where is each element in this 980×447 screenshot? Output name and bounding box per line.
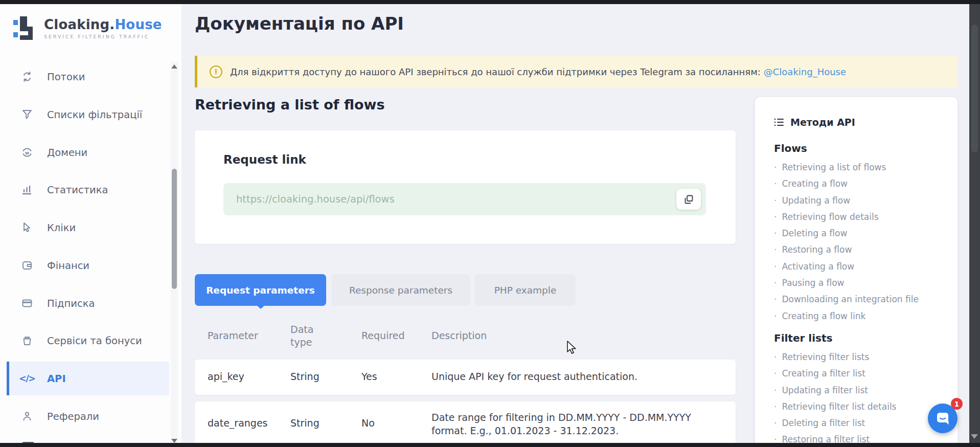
- copy-button[interactable]: [676, 189, 701, 210]
- brand-dark: Cloaking.: [44, 17, 115, 32]
- sidebar-item-label: Потоки: [47, 71, 85, 83]
- sidebar-item-domains[interactable]: w Домени: [7, 136, 169, 169]
- scrollbar-thumb[interactable]: [172, 169, 177, 289]
- methods-panel-title: Методи API: [790, 117, 855, 128]
- methods-list-flows: Retrieving a list of flows Creating a fl…: [774, 159, 943, 324]
- app-root: Cloaking.House SERVICE FILTERING TRAFFIC…: [0, 0, 980, 447]
- method-link[interactable]: Retrieving filter lists: [774, 349, 943, 365]
- sidebar-item-label: Реферали: [47, 411, 99, 422]
- credit-card-icon: [20, 297, 34, 310]
- request-url-field: https://cloaking.house/api/flows: [223, 183, 706, 215]
- sidebar-item-referrals[interactable]: Реферали: [7, 399, 169, 433]
- bar-chart-icon: [20, 183, 34, 196]
- col-header-data-type: Data type: [290, 323, 327, 349]
- methods-group-flows: Flows: [774, 142, 943, 154]
- methods-group-filter-lists: Filter lists: [774, 332, 943, 344]
- sidebar-item-finances[interactable]: Фінанси: [7, 249, 169, 282]
- table-row: date_ranges String No Date range for fil…: [195, 401, 736, 447]
- cell-parameter: api_key: [208, 371, 244, 382]
- sidebar-item-label: Сервіси та бонуси: [47, 335, 142, 347]
- method-link[interactable]: Retrieving flow details: [774, 209, 943, 225]
- methods-list-filter-lists: Retrieving filter lists Creating a filte…: [774, 349, 943, 447]
- page-scrollbar-thumb[interactable]: [971, 25, 978, 152]
- methods-panel-title-row: Методи API: [774, 117, 943, 128]
- sidebar-item-label: Статистика: [47, 184, 108, 196]
- cursor-click-icon: [20, 221, 34, 234]
- tab-php-example[interactable]: PHP example: [475, 274, 576, 306]
- scroll-up-arrow-icon[interactable]: [171, 64, 177, 69]
- method-link[interactable]: Retrieving filter list details: [774, 398, 943, 415]
- gift-icon: [20, 334, 34, 347]
- method-link[interactable]: Downloading an integration file: [774, 291, 943, 307]
- globe-icon: w: [20, 146, 34, 159]
- method-link[interactable]: Updating a flow: [774, 192, 943, 209]
- window-top-edge: [0, 0, 980, 4]
- sidebar-item-services-bonuses[interactable]: Сервіси та бонуси: [7, 324, 169, 357]
- method-link[interactable]: Pausing a flow: [774, 275, 943, 291]
- col-header-parameter: Parameter: [208, 330, 258, 341]
- method-link[interactable]: Restoring a flow: [774, 241, 943, 258]
- filter-icon: [20, 108, 34, 121]
- person-icon: [20, 410, 34, 423]
- telegram-link[interactable]: @Cloaking_House: [764, 66, 846, 77]
- logo-mark-icon: [13, 15, 37, 41]
- cell-description: Unique API key for request authenticatio…: [431, 371, 718, 382]
- chat-bubble-icon: [935, 410, 951, 427]
- page-scroll-down-arrow-icon[interactable]: [971, 434, 978, 439]
- method-link[interactable]: Retrieving a list of flows: [774, 159, 943, 175]
- sidebar-item-subscription[interactable]: Підписка: [7, 286, 169, 320]
- method-link[interactable]: Deleting a flow: [774, 225, 943, 241]
- method-link[interactable]: Activating a flow: [774, 258, 943, 275]
- cell-data-type: String: [290, 371, 320, 382]
- warning-icon: !: [210, 65, 222, 78]
- sidebar-item-flows[interactable]: Потоки: [7, 60, 169, 94]
- method-link[interactable]: Creating a flow: [774, 175, 943, 192]
- sidebar-item-label: Підписка: [47, 298, 95, 309]
- request-link-heading: Request link: [223, 153, 306, 166]
- page-scrollbar[interactable]: [969, 4, 980, 443]
- sidebar-item-statistics[interactable]: Статистика: [7, 173, 169, 207]
- cell-required: No: [361, 417, 375, 429]
- sidebar-item-label: Списки фільтрації: [47, 109, 142, 121]
- svg-text:w: w: [25, 150, 29, 155]
- sidebar-item-clicks[interactable]: Кліки: [7, 211, 169, 244]
- sidebar: Cloaking.House SERVICE FILTERING TRAFFIC…: [0, 4, 181, 443]
- method-link[interactable]: Creating a flow link: [774, 308, 943, 324]
- sidebar-item-label: Домени: [47, 147, 87, 159]
- tab-response-parameters[interactable]: Response parameters: [331, 274, 470, 306]
- mouse-cursor: [566, 341, 579, 356]
- logo-tagline: SERVICE FILTERING TRAFFIC: [44, 34, 162, 39]
- method-link[interactable]: Deleting a filter list: [774, 415, 943, 431]
- api-access-banner: ! Для відкриття доступу до нашого API зв…: [195, 56, 958, 87]
- sidebar-item-filter-lists[interactable]: Списки фільтрації: [7, 98, 169, 131]
- copy-icon: [683, 194, 694, 205]
- logo-text: Cloaking.House SERVICE FILTERING TRAFFIC: [44, 17, 162, 39]
- request-link-card: Request link https://cloaking.house/api/…: [195, 130, 736, 244]
- section-title: Retrieving a list of flows: [195, 97, 384, 113]
- sidebar-item-label: API: [47, 373, 66, 385]
- cell-required: Yes: [361, 371, 377, 382]
- api-methods-panel: Методи API Flows Retrieving a list of fl…: [755, 97, 958, 447]
- wallet-icon: [20, 259, 34, 272]
- sidebar-item-label: Фінанси: [47, 260, 89, 272]
- cell-description: Date range for filtering in DD.MM.YYYY -…: [431, 411, 710, 437]
- banner-text: Для відкриття доступу до нашого API звер…: [230, 66, 846, 77]
- sidebar-item-api[interactable]: </> API: [7, 362, 169, 395]
- sidebar-item-label: Кліки: [47, 222, 76, 234]
- cell-parameter: date_ranges: [208, 417, 268, 429]
- list-icon: [774, 118, 784, 127]
- cell-data-type: String: [290, 417, 320, 429]
- method-link[interactable]: Updating a filter list: [774, 382, 943, 398]
- code-icon: </>: [20, 372, 34, 385]
- flows-icon: [20, 70, 34, 83]
- logo[interactable]: Cloaking.House SERVICE FILTERING TRAFFIC: [13, 15, 162, 41]
- request-url: https://cloaking.house/api/flows: [236, 193, 395, 205]
- tab-request-parameters[interactable]: Request parameters: [195, 274, 326, 306]
- scroll-down-arrow-icon[interactable]: [171, 439, 177, 443]
- sidebar-scrollbar[interactable]: [171, 61, 178, 446]
- method-link[interactable]: Creating a filter list: [774, 365, 943, 382]
- window-bottom-edge: [0, 443, 980, 447]
- col-header-description: Description: [431, 330, 487, 341]
- chat-unread-badge: 1: [951, 398, 963, 410]
- brand-accent: House: [115, 17, 162, 32]
